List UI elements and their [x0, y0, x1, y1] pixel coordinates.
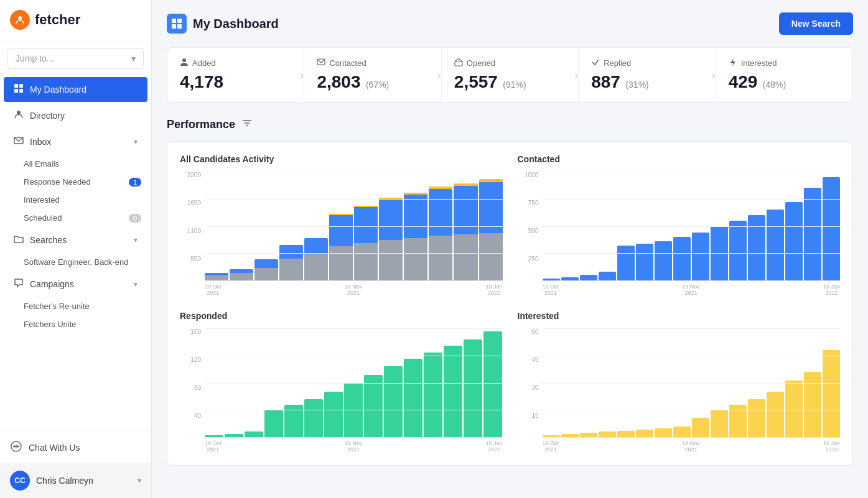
- chart-contacted: Contacted 1000 750 500 250: [518, 154, 841, 296]
- arrow-right-icon: ›: [574, 68, 578, 81]
- sidebar-item-label: Inbox: [30, 137, 51, 147]
- sidebar-item-searches[interactable]: Searches ▾: [4, 228, 147, 252]
- stats-bar: Added 4,178 › Contacted 2,803 (67%): [167, 47, 853, 103]
- sidebar-item-label: Searches: [30, 235, 67, 245]
- new-search-button[interactable]: New Search: [779, 12, 853, 35]
- sidebar-item-dashboard[interactable]: My Dashboard: [4, 77, 147, 102]
- sidebar-item-scheduled[interactable]: Scheduled 0: [0, 209, 151, 227]
- svg-point-8: [14, 446, 15, 447]
- stat-added: Added 4,178 ›: [167, 48, 304, 102]
- svg-rect-2: [19, 84, 23, 88]
- performance-header: Performance: [167, 118, 853, 131]
- main-header: My Dashboard New Search: [167, 12, 853, 35]
- response-needed-badge: 1: [129, 178, 141, 187]
- chat-with-us-button[interactable]: Chat With Us: [0, 431, 151, 463]
- avatar: CC: [10, 471, 30, 491]
- grid-icon: [14, 83, 24, 96]
- performance-title: Performance: [167, 118, 235, 131]
- chevron-down-icon: ▾: [138, 476, 141, 485]
- chat-icon: [14, 278, 24, 290]
- arrow-right-icon: ›: [300, 68, 304, 81]
- sidebar-item-fetchers-unite[interactable]: Fetchers Unite: [0, 315, 151, 333]
- logo-text: fetcher: [35, 12, 80, 28]
- stat-opened: Opened 2,557 (91%) ›: [442, 48, 579, 102]
- fetcher-logo-icon: [10, 10, 30, 30]
- svg-point-15: [182, 58, 186, 62]
- svg-point-0: [18, 16, 22, 20]
- chevron-down-icon: ▾: [134, 236, 138, 244]
- stat-contacted: Contacted 2,803 (67%) ›: [304, 48, 441, 102]
- lightning-icon: [729, 58, 737, 68]
- sidebar-item-inbox[interactable]: Inbox ▾: [4, 129, 147, 154]
- svg-point-9: [16, 446, 17, 447]
- sidebar-item-label: Campaigns: [30, 279, 74, 289]
- svg-point-5: [17, 111, 21, 114]
- arrow-right-icon: ›: [437, 68, 441, 81]
- sidebar-bottom: Chat With Us CC Chris Calmeyn ▾: [0, 431, 151, 498]
- svg-rect-1: [14, 84, 18, 88]
- sidebar-item-directory[interactable]: Directory: [4, 103, 147, 128]
- chat-bubble-icon: [10, 440, 22, 454]
- mail-icon: [317, 58, 325, 68]
- svg-rect-12: [177, 19, 182, 23]
- scheduled-badge: 0: [129, 214, 141, 223]
- sidebar-item-campaigns[interactable]: Campaigns ▾: [4, 272, 147, 297]
- chat-with-us-label: Chat With Us: [29, 443, 80, 453]
- chart-interested: Interested 60 45 30 15: [518, 311, 841, 453]
- person-icon: [180, 58, 189, 68]
- svg-rect-13: [172, 24, 176, 29]
- jump-to-dropdown[interactable]: Jump to... ▾: [7, 48, 144, 69]
- dashboard-icon: [167, 14, 187, 34]
- chart-all-candidates: All Candidates Activity 2200 1650 1100 5…: [180, 154, 503, 296]
- user-profile[interactable]: CC Chris Calmeyn ▾: [0, 463, 151, 498]
- sidebar-item-all-emails[interactable]: All Emails: [0, 155, 151, 173]
- sidebar-item-fetchers-reunite[interactable]: Fetcher's Re-unite: [0, 297, 151, 315]
- page-title-wrapper: My Dashboard: [167, 14, 279, 34]
- check-icon: [591, 58, 600, 68]
- mail-open-icon: [454, 58, 463, 68]
- main-content: My Dashboard New Search Added 4,178 ›: [152, 0, 868, 498]
- folder-icon: [14, 234, 24, 246]
- svg-rect-3: [14, 89, 18, 93]
- filter-icon[interactable]: [241, 118, 253, 131]
- svg-marker-18: [730, 58, 735, 66]
- stat-replied: Replied 887 (31%) ›: [579, 48, 716, 102]
- charts-grid: All Candidates Activity 2200 1650 1100 5…: [167, 141, 853, 466]
- sidebar-item-interested[interactable]: Interested: [0, 191, 151, 209]
- person-icon: [14, 109, 24, 122]
- chevron-down-icon: ▾: [134, 137, 138, 146]
- svg-rect-14: [177, 24, 182, 29]
- user-name: Chris Calmeyn: [36, 476, 93, 486]
- sidebar-item-label: My Dashboard: [30, 85, 86, 95]
- svg-rect-11: [172, 19, 176, 23]
- sidebar-logo: fetcher: [0, 0, 151, 40]
- sidebar-item-software-engineer[interactable]: Software Engineer, Back-end: [0, 253, 151, 271]
- mail-icon: [14, 136, 24, 148]
- page-title: My Dashboard: [193, 17, 279, 31]
- sidebar-item-response-needed[interactable]: Response Needed 1: [0, 173, 151, 191]
- arrow-right-icon: ›: [712, 68, 716, 81]
- svg-rect-4: [19, 89, 23, 93]
- chevron-down-icon: ▾: [131, 53, 136, 63]
- sidebar-item-label: Directory: [30, 111, 65, 121]
- sidebar: fetcher Jump to... ▾ My Dashboard Direct…: [0, 0, 152, 498]
- chart-responded: Responded 160 120 80 40: [180, 311, 503, 453]
- svg-point-10: [17, 446, 19, 447]
- stat-interested: Interested 429 (48%): [716, 48, 852, 102]
- chevron-down-icon: ▾: [134, 280, 138, 288]
- svg-rect-17: [455, 62, 462, 66]
